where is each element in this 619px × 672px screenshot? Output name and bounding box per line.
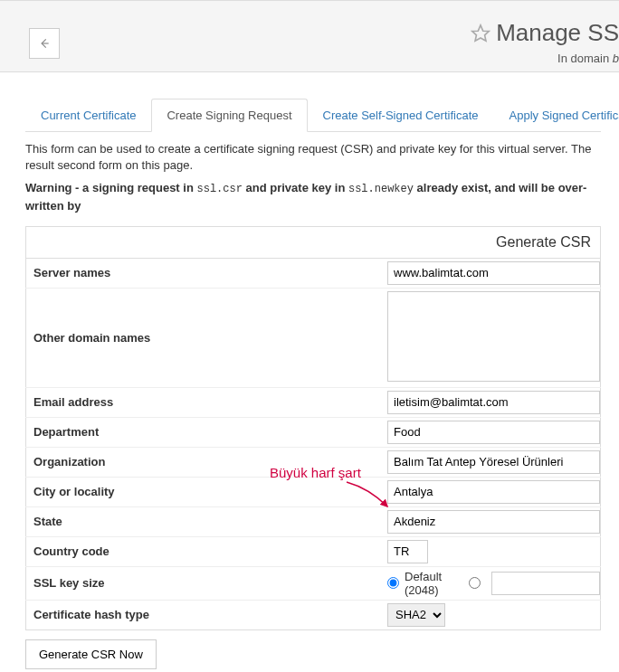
content-area: Current Certificate Create Signing Reque… xyxy=(0,72,619,672)
svg-marker-0 xyxy=(472,24,489,40)
generate-csr-button[interactable]: Generate CSR Now xyxy=(25,639,157,669)
page-title: Manage SS xyxy=(496,19,619,47)
tab-create-signing-request[interactable]: Create Signing Request xyxy=(151,99,307,132)
country-input[interactable] xyxy=(387,540,428,563)
label-organization: Organization xyxy=(26,447,388,477)
state-input[interactable] xyxy=(387,510,600,534)
intro-text: This form can be used to create a certif… xyxy=(25,132,601,179)
organization-input[interactable] xyxy=(387,450,600,474)
label-country: Country code xyxy=(26,536,388,566)
page-subtitle: In domain b xyxy=(557,52,619,65)
keysize-custom-radio[interactable] xyxy=(469,577,481,589)
csr-form: Server names Other domain names Email ad… xyxy=(25,259,601,630)
keysize-custom-input[interactable] xyxy=(491,572,600,595)
keysize-default-label: Default (2048) xyxy=(405,570,463,597)
label-other-domains: Other domain names xyxy=(26,288,388,387)
label-keysize: SSL key size xyxy=(26,566,388,600)
label-email: Email address xyxy=(26,387,388,417)
star-icon xyxy=(471,24,490,43)
tab-create-self-signed[interactable]: Create Self-Signed Certificate xyxy=(308,99,494,132)
section-header: Generate CSR xyxy=(25,226,601,259)
back-button[interactable] xyxy=(29,28,60,59)
warning-text: Warning - a signing request in ssl.csr a… xyxy=(25,179,601,215)
label-city: City or locality xyxy=(26,477,388,506)
label-server-names: Server names xyxy=(26,259,388,289)
email-input[interactable] xyxy=(387,391,600,414)
page-header: Manage SS In domain b xyxy=(0,0,619,72)
tab-current-certificate[interactable]: Current Certificate xyxy=(25,99,151,132)
keysize-default-radio[interactable] xyxy=(387,577,399,589)
label-state: State xyxy=(26,506,388,536)
department-input[interactable] xyxy=(387,421,600,444)
arrow-left-icon xyxy=(38,37,51,50)
hash-select[interactable]: SHA2 xyxy=(387,603,445,627)
tabs: Current Certificate Create Signing Reque… xyxy=(25,98,601,132)
city-input[interactable] xyxy=(387,480,600,504)
server-names-input[interactable] xyxy=(387,261,600,285)
page-title-wrap: Manage SS xyxy=(471,19,619,47)
other-domains-input[interactable] xyxy=(387,291,600,382)
keysize-group: Default (2048) xyxy=(387,570,600,597)
tab-apply-signed[interactable]: Apply Signed Certifica xyxy=(494,99,620,132)
label-hash: Certificate hash type xyxy=(26,600,388,629)
label-department: Department xyxy=(26,417,388,447)
